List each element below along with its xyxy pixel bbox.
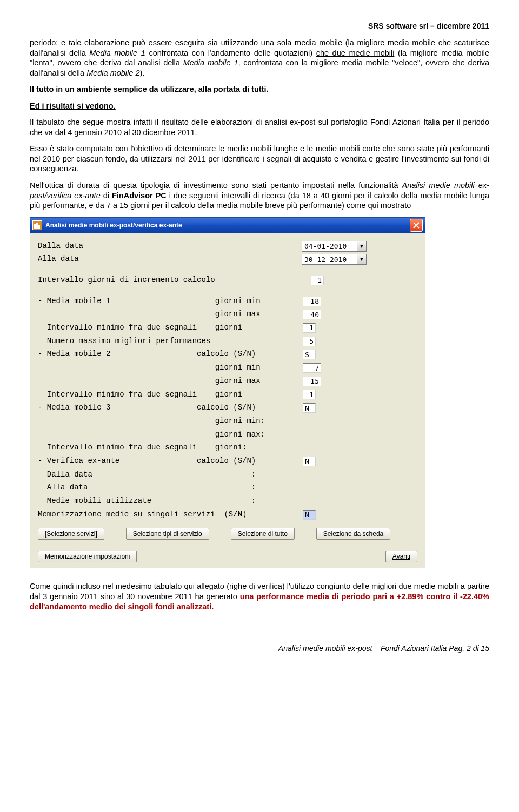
field-mm2-max[interactable] (303, 377, 321, 386)
paragraph-6: Nell'ottica di durata di questa tipologi… (30, 180, 489, 211)
p1-mm1-a: Media mobile 1 (89, 49, 145, 57)
label-mm3-max: giorni max: (38, 429, 303, 441)
button-selezione-tipi[interactable]: Selezione tipi di servizio (126, 528, 209, 540)
paragraph-7: Come quindi incluso nel medesimo tabulat… (30, 581, 489, 612)
field-dalla-data[interactable]: 04-01-2010 ▼ (302, 241, 367, 252)
p1-mm1-b: Media mobile 1 (183, 58, 238, 67)
button-selezione-scheda[interactable]: Selezione da scheda (316, 528, 390, 540)
paragraph-1: periodo: e tale elaborazione può essere … (30, 38, 489, 78)
svg-rect-0 (34, 224, 36, 229)
label-mm1-intervallo: Intervallo minimo fra due segnali giorni (38, 322, 303, 334)
paragraph-5: Esso è stato computato con l'obiettivo d… (30, 144, 489, 174)
field-mm2-intervallo[interactable] (303, 390, 316, 399)
dropdown-icon[interactable]: ▼ (357, 241, 366, 251)
button-selezione-servizi[interactable]: [Selezione servizi] (38, 528, 104, 540)
dialog-title: Analisi medie mobili ex-post/verifica ex… (45, 222, 182, 229)
field-intervallo-incremento[interactable] (311, 276, 324, 285)
paragraph-4: Il tabulato che segue mostra infatti il … (30, 117, 489, 137)
page-footer: Analisi medie mobili ex-post – Fondi Azi… (30, 644, 489, 653)
label-mm3-intervallo: Intervallo minimo fra due segnali giorni… (38, 442, 303, 454)
value-alla-data: 30-12-2010 (302, 256, 357, 264)
label-mm2-calcolo: - Media mobile 2 calcolo (S/N) (38, 348, 303, 360)
label-mm3-calcolo: - Media mobile 3 calcolo (S/N) (38, 402, 303, 414)
field-mm1-max[interactable] (303, 310, 321, 319)
svg-rect-1 (36, 223, 38, 229)
label-mm1-num: Numero massimo migliori performances (38, 335, 303, 347)
button-avanti[interactable]: Avanti (385, 551, 417, 562)
field-mm1-min[interactable] (303, 297, 321, 306)
value-dalla-data: 04-01-2010 (302, 242, 357, 250)
label-memorizzazione: Memorizzazione medie su singoli servizi … (38, 509, 303, 521)
svg-rect-2 (38, 225, 40, 229)
label-mm3-min: giorni min: (38, 415, 303, 427)
app-icon (32, 220, 42, 230)
p6-d: FinAdvisor PC (112, 191, 167, 200)
label-verifica-calcolo: - Verifica ex-ante calcolo (S/N) (38, 455, 303, 467)
field-memorizzazione[interactable] (303, 510, 316, 520)
field-mm1-num[interactable] (303, 337, 316, 346)
paragraph-2: Il tutto in un ambiente semplice da util… (30, 84, 489, 95)
p1-mm2: Media mobile 2 (86, 69, 139, 77)
close-icon (413, 222, 420, 229)
field-mm2-calcolo[interactable] (303, 350, 316, 359)
paragraph-3: Ed i risultati si vedono. (30, 101, 489, 111)
label-intervallo-incremento: Intervallo giorni di incremento calcolo (38, 274, 311, 286)
field-mm1-intervallo[interactable] (303, 323, 316, 333)
field-verifica-calcolo[interactable] (303, 457, 316, 466)
label-verifica-alla: Alla data : (38, 482, 303, 494)
field-mm3-calcolo[interactable] (303, 403, 316, 413)
p1-text-d: che due medie mobili (316, 49, 395, 57)
titlebar: Analisi medie mobili ex-post/verifica ex… (30, 218, 425, 233)
label-mm2-min: giorni min (38, 362, 303, 374)
label-mm2-intervallo: Intervallo minimo fra due segnali giorni (38, 389, 303, 401)
p1-text-i: ). (139, 69, 144, 77)
dropdown-icon[interactable]: ▼ (357, 254, 366, 264)
label-verifica-mm: Medie mobili utilizzate : (38, 495, 303, 507)
header-company-date: SRS software srl – dicembre 2011 (30, 22, 489, 30)
label-dalla-data: Dalla data (38, 240, 302, 252)
p6-c: di (101, 191, 112, 200)
label-alla-data: Alla data (38, 253, 302, 265)
p6-a: Nell'ottica di durata di questa tipologi… (30, 181, 402, 190)
label-verifica-dalla: Dalla data : (38, 469, 303, 481)
dialog-window: Analisi medie mobili ex-post/verifica ex… (30, 217, 425, 569)
label-mm1-min: - Media mobile 1 giorni min (38, 296, 303, 307)
p1-text-c: confrontata con l'andamento delle quotaz… (145, 49, 316, 57)
field-mm2-min[interactable] (303, 363, 321, 373)
close-button[interactable] (410, 219, 423, 232)
label-mm1-max: giorni max (38, 308, 303, 320)
field-alla-data[interactable]: 30-12-2010 ▼ (302, 254, 367, 265)
button-selezione-tutto[interactable]: Selezione di tutto (231, 528, 295, 540)
button-memorizzazione-impostazioni[interactable]: Memorizzazione impostazioni (38, 551, 137, 562)
label-mm2-max: giorni max (38, 375, 303, 387)
